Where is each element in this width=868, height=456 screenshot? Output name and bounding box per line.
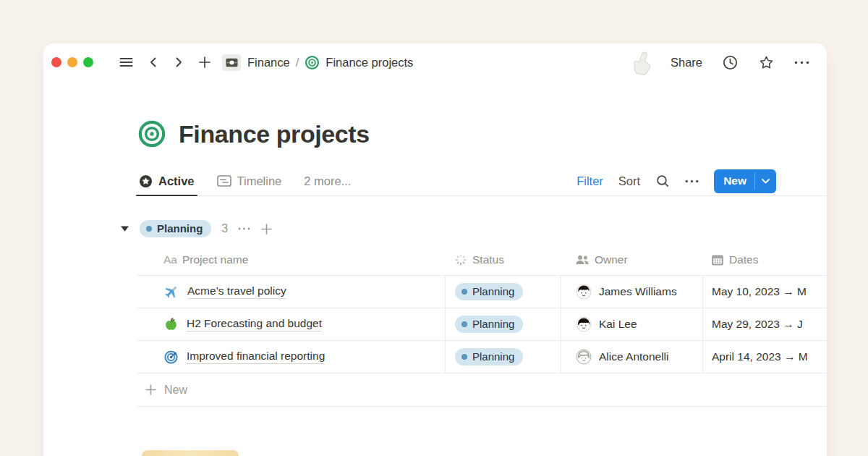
breadcrumb-separator: / (296, 56, 299, 69)
plus-icon (145, 384, 157, 396)
owner-cell[interactable]: James Williams (561, 276, 702, 308)
avatar (576, 284, 592, 300)
cursor-hand-graphic (632, 49, 654, 75)
filter-button[interactable]: Filter (576, 174, 603, 188)
status-burst-icon (454, 253, 467, 266)
collapse-triangle-icon[interactable] (120, 225, 129, 232)
avatar (576, 316, 592, 332)
dates-cell[interactable]: April 14, 2023 → M (702, 341, 827, 373)
status-dot-icon (146, 226, 152, 232)
sort-button[interactable]: Sort (618, 174, 640, 188)
new-page-plus-icon[interactable] (197, 55, 212, 69)
people-icon (575, 254, 590, 266)
partial-callout-block (142, 450, 239, 456)
back-icon[interactable] (147, 56, 160, 69)
tab-timeline[interactable]: Timeline (216, 166, 284, 195)
project-name-cell[interactable]: H2 Forecasting and budget (137, 308, 445, 340)
page-title[interactable]: Finance projects (179, 120, 370, 148)
text-type-icon: Aa (163, 253, 177, 266)
add-row-label: New (164, 384, 187, 397)
breadcrumb: Finance / Finance projects (247, 55, 413, 70)
breadcrumb-parent[interactable]: Finance (247, 56, 290, 69)
clock-history-icon[interactable] (722, 54, 739, 71)
owner-cell[interactable]: Kai Lee (561, 308, 702, 340)
new-button[interactable]: New (714, 169, 776, 193)
project-name-cell[interactable]: Acme’s travel policy (137, 276, 445, 308)
new-button-label[interactable]: New (714, 169, 754, 193)
sidebar-menu-icon[interactable] (118, 54, 135, 70)
more-options-icon[interactable] (794, 61, 809, 64)
dates-cell[interactable]: May 29, 2023 → J (702, 308, 827, 340)
group-header: Planning 3 (120, 213, 827, 245)
notion-window: Finance / Finance projects Share (43, 43, 827, 456)
status-cell[interactable]: Planning (445, 276, 561, 308)
column-header-status[interactable]: Status (445, 253, 561, 266)
calendar-icon (711, 254, 724, 266)
owner-cell[interactable]: Alice Antonelli (561, 341, 702, 373)
view-tabs-bar: Active Timeline 2 more... Filter Sort Ne… (137, 166, 827, 196)
table-row: Improved financial reporting Planning Al… (137, 341, 827, 373)
favorite-star-icon[interactable] (758, 54, 775, 71)
page-target-icon[interactable] (137, 119, 166, 148)
project-name-cell[interactable]: Improved financial reporting (137, 341, 445, 373)
share-button[interactable]: Share (671, 56, 702, 69)
dart-target-icon (163, 350, 179, 365)
tab-more-views[interactable]: 2 more... (302, 166, 352, 195)
status-dot-icon (461, 289, 467, 295)
forward-icon[interactable] (172, 56, 185, 69)
target-page-icon (305, 55, 320, 70)
traffic-lights (51, 57, 93, 67)
column-header-dates[interactable]: Dates (702, 253, 827, 266)
group-status-pill[interactable]: Planning (140, 220, 211, 237)
view-options-icon[interactable] (685, 180, 699, 183)
green-apple-icon (163, 317, 179, 332)
timeline-icon (217, 174, 231, 187)
breadcrumb-current[interactable]: Finance projects (326, 56, 413, 69)
status-cell[interactable]: Planning (445, 308, 561, 340)
avatar (576, 349, 592, 365)
group-more-icon[interactable] (238, 227, 250, 230)
status-cell[interactable]: Planning (445, 341, 561, 373)
add-row-button[interactable]: New (137, 373, 827, 407)
zoom-window-button[interactable] (83, 57, 93, 67)
tab-more-label: 2 more... (304, 174, 351, 188)
group-add-icon[interactable] (260, 223, 273, 235)
group-status-label: Planning (157, 222, 203, 235)
status-dot-icon (461, 354, 467, 360)
group-count: 3 (221, 222, 228, 235)
column-header-project-name[interactable]: Aa Project name (137, 253, 445, 266)
search-icon[interactable] (655, 174, 670, 188)
star-badge-icon (139, 174, 153, 188)
dates-cell[interactable]: May 10, 2023 → M (702, 276, 827, 308)
close-window-button[interactable] (51, 57, 61, 67)
airplane-icon (163, 284, 179, 300)
table-row: Acme’s travel policy Planning James Will… (137, 276, 827, 308)
projects-table: Aa Project name Status Owner Dates (137, 245, 827, 407)
table-header-row: Aa Project name Status Owner Dates (137, 245, 827, 276)
banknote-icon[interactable] (222, 54, 241, 71)
chevron-down-icon[interactable] (755, 169, 776, 193)
window-toolbar: Finance / Finance projects Share (43, 43, 827, 81)
tab-active[interactable]: Active (137, 166, 196, 195)
column-header-owner[interactable]: Owner (561, 253, 702, 266)
minimize-window-button[interactable] (67, 57, 77, 67)
page-header: Finance projects (137, 114, 827, 153)
tab-active-label: Active (158, 174, 195, 188)
tab-timeline-label: Timeline (237, 174, 282, 188)
table-row: H2 Forecasting and budget Planning Kai L… (137, 308, 827, 341)
status-dot-icon (461, 321, 467, 327)
